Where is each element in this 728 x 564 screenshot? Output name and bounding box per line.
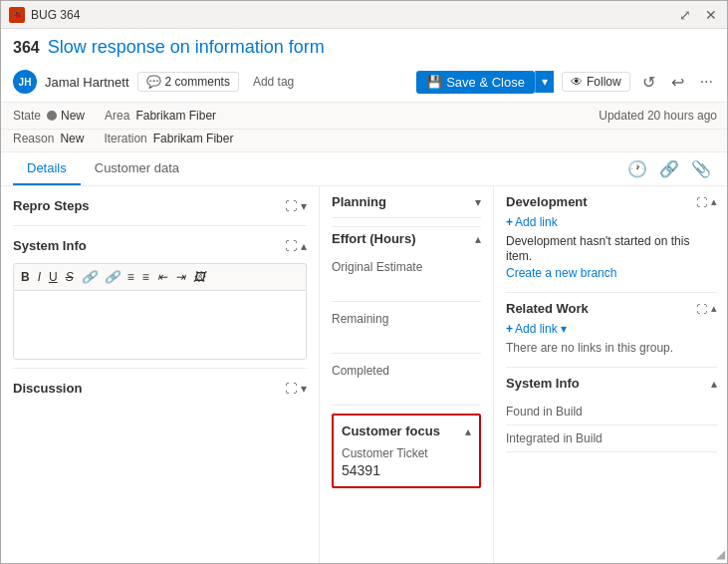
italic-tool[interactable]: I bbox=[35, 268, 44, 286]
comments-button[interactable]: 💬 2 comments bbox=[137, 72, 239, 92]
development-controls: ⛶ ▴ bbox=[696, 195, 717, 208]
link2-tool[interactable]: 🔗 bbox=[102, 268, 122, 286]
save-close-button[interactable]: 💾 Save & Close bbox=[416, 71, 535, 94]
no-links-container: There are no links in this group. bbox=[506, 340, 717, 355]
divider-2 bbox=[13, 368, 307, 369]
updated-text: Updated 20 hours ago bbox=[599, 109, 717, 123]
outdent-tool[interactable]: ⇥ bbox=[172, 268, 188, 286]
completed-input[interactable] bbox=[332, 381, 481, 395]
area-label: Area bbox=[105, 109, 129, 123]
divider-right-1 bbox=[506, 292, 717, 293]
rw-expand-btn[interactable]: ⛶ bbox=[696, 303, 707, 315]
indent-tool[interactable]: ⇤ bbox=[154, 268, 170, 286]
reason-field: Reason New bbox=[13, 132, 84, 145]
sys-info-right-header: System Info ▴ bbox=[506, 376, 717, 391]
remaining-label: Remaining bbox=[332, 312, 481, 326]
repro-steps-header: Repro Steps ⛶ ▾ bbox=[13, 194, 307, 217]
refresh-button[interactable]: ↺ bbox=[638, 71, 659, 94]
resize-handle[interactable]: ◢ bbox=[716, 547, 725, 561]
state-label: State bbox=[13, 109, 41, 123]
list-tool[interactable]: ≡ bbox=[124, 268, 137, 286]
image-tool[interactable]: 🖼 bbox=[190, 268, 208, 286]
right-column: Development ⛶ ▴ + Add link Development h… bbox=[494, 186, 728, 564]
divider-right-2 bbox=[506, 367, 717, 368]
sys-info-right-title: System Info bbox=[506, 376, 580, 391]
customer-focus-header: Customer focus ▴ bbox=[342, 423, 471, 438]
title-bar: 🐞 BUG 364 ⤢ ✕ bbox=[1, 1, 728, 29]
sys-collapse-btn[interactable]: ▴ bbox=[301, 239, 307, 253]
development-title: Development bbox=[506, 194, 588, 209]
link-tool[interactable]: 🔗 bbox=[79, 268, 100, 286]
effort-section: Effort (Hours) ▴ Original Estimate Remai… bbox=[332, 226, 481, 406]
eye-icon: 👁 bbox=[571, 75, 583, 89]
title-bar-text: BUG 364 bbox=[31, 8, 348, 22]
disc-expand-btn[interactable]: ⛶ bbox=[285, 382, 297, 396]
save-dropdown-button[interactable]: ▾ bbox=[535, 71, 554, 93]
discussion-controls: ⛶ ▾ bbox=[285, 382, 307, 396]
system-info-editor[interactable] bbox=[13, 290, 307, 360]
dev-add-link-label: Add link bbox=[515, 215, 558, 229]
meta-row: State New Area Fabrikam Fiber Updated 20… bbox=[1, 103, 728, 130]
underline-tool[interactable]: U bbox=[46, 268, 61, 286]
dev-desc-text: Development hasn't started on this item. bbox=[506, 234, 689, 263]
tab-customer-data[interactable]: Customer data bbox=[81, 152, 193, 185]
more-button[interactable]: ··· bbox=[696, 71, 717, 93]
ol-tool[interactable]: ≡ bbox=[139, 268, 152, 286]
effort-title: Effort (Hours) bbox=[332, 231, 416, 246]
rw-collapse-btn[interactable]: ▴ bbox=[711, 302, 717, 315]
remaining-input[interactable] bbox=[332, 329, 481, 343]
middle-column: Planning ▾ Effort (Hours) ▴ Original Est… bbox=[320, 186, 494, 564]
left-column: Repro Steps ⛶ ▾ System Info ⛶ ▴ B I U S bbox=[1, 186, 320, 564]
dev-plus-icon: + bbox=[506, 215, 513, 229]
follow-label: Follow bbox=[587, 75, 621, 89]
original-estimate-input[interactable] bbox=[332, 277, 481, 291]
follow-button[interactable]: 👁 Follow bbox=[562, 72, 630, 92]
comments-count: 2 comments bbox=[165, 75, 230, 89]
main-content: Repro Steps ⛶ ▾ System Info ⛶ ▴ B I U S bbox=[1, 186, 728, 564]
related-work-section: Related Work ⛶ ▴ + Add link ▾ There are … bbox=[506, 301, 717, 355]
meta-row-2: Reason New Iteration Fabrikam Fiber bbox=[1, 130, 728, 152]
integrated-in-build-field: Integrated in Build bbox=[506, 425, 717, 452]
dev-expand-btn[interactable]: ⛶ bbox=[696, 196, 707, 208]
area-value[interactable]: Fabrikam Fiber bbox=[135, 109, 216, 123]
attach-icon-button[interactable]: 📎 bbox=[685, 155, 717, 182]
customer-focus-section: Customer focus ▴ Customer Ticket 54391 bbox=[332, 414, 481, 488]
dev-collapse-btn[interactable]: ▴ bbox=[711, 195, 717, 208]
history-icon-button[interactable]: 🕐 bbox=[621, 155, 653, 182]
completed-label: Completed bbox=[332, 364, 481, 378]
divider-1 bbox=[13, 225, 307, 226]
completed-field: Completed bbox=[332, 354, 481, 406]
customer-ticket-value: 54391 bbox=[342, 462, 471, 478]
create-branch-link[interactable]: Create a new branch bbox=[506, 266, 616, 280]
sys-info-collapse-btn[interactable]: ▴ bbox=[711, 377, 717, 391]
dev-add-link-button[interactable]: + Add link bbox=[506, 215, 558, 229]
effort-collapse-btn[interactable]: ▴ bbox=[475, 232, 481, 246]
repro-expand-btn[interactable]: ⛶ bbox=[285, 199, 297, 213]
expand-button[interactable]: ⤢ bbox=[675, 7, 695, 23]
reason-label: Reason bbox=[13, 132, 54, 145]
iteration-value[interactable]: Fabrikam Fiber bbox=[153, 132, 234, 145]
system-info-controls: ⛶ ▴ bbox=[285, 239, 307, 253]
planning-collapse-btn[interactable]: ▾ bbox=[475, 195, 481, 209]
rw-controls: ⛶ ▴ bbox=[696, 302, 717, 315]
no-links-text: There are no links in this group. bbox=[506, 341, 673, 355]
tab-details[interactable]: Details bbox=[13, 152, 81, 185]
bold-tool[interactable]: B bbox=[18, 268, 33, 286]
remaining-field: Remaining bbox=[332, 302, 481, 354]
link-icon-button[interactable]: 🔗 bbox=[653, 155, 685, 182]
close-button[interactable]: ✕ bbox=[701, 7, 721, 23]
found-in-build-field: Found in Build bbox=[506, 399, 717, 425]
rw-add-link-button[interactable]: + Add link ▾ bbox=[506, 322, 567, 336]
disc-collapse-btn[interactable]: ▾ bbox=[301, 382, 307, 396]
customer-ticket-label: Customer Ticket bbox=[342, 446, 471, 460]
original-estimate-label: Original Estimate bbox=[332, 260, 481, 274]
rw-add-link-label: Add link ▾ bbox=[515, 322, 567, 336]
strikethrough-tool[interactable]: S bbox=[63, 268, 77, 286]
repro-steps-controls: ⛶ ▾ bbox=[285, 199, 307, 213]
customer-focus-collapse-btn[interactable]: ▴ bbox=[465, 424, 471, 438]
repro-collapse-btn[interactable]: ▾ bbox=[301, 199, 307, 213]
add-tag-button[interactable]: Add tag bbox=[247, 73, 300, 91]
undo-button[interactable]: ↩ bbox=[667, 71, 688, 94]
sys-expand-btn[interactable]: ⛶ bbox=[285, 239, 297, 253]
rw-plus-icon: + bbox=[506, 322, 513, 336]
